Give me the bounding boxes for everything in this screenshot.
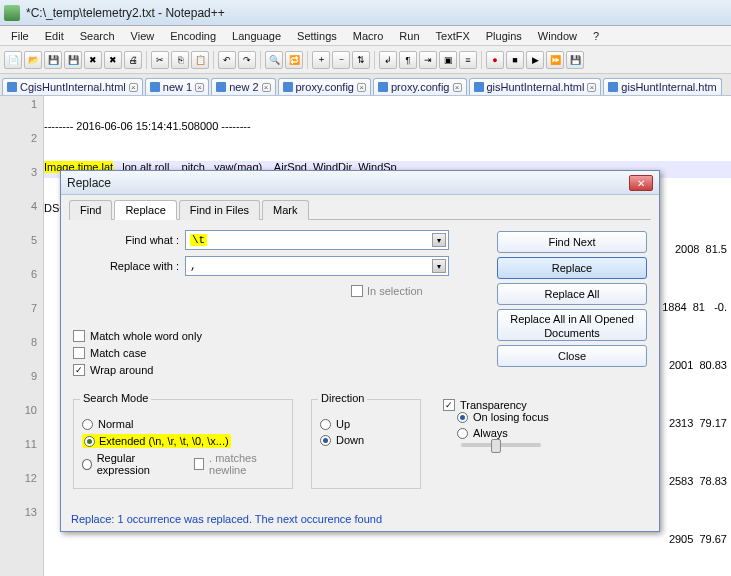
print-icon[interactable]: 🖨 [124,51,142,69]
replace-icon[interactable]: 🔁 [285,51,303,69]
radio-down[interactable] [320,435,331,446]
transparency-slider[interactable] [461,443,541,447]
direction-label: Direction [318,392,367,404]
hidden-icon[interactable]: ¶ [399,51,417,69]
wrap-around-checkbox[interactable]: ✓ [73,364,85,376]
play-icon[interactable]: ▶ [526,51,544,69]
close-tab-icon[interactable]: × [357,83,366,92]
record-icon[interactable]: ● [486,51,504,69]
menu-view[interactable]: View [124,28,162,44]
indent-icon[interactable]: ⇥ [419,51,437,69]
file-icon [474,82,484,92]
search-mode-group: Search Mode Normal Extended (\n, \r, \t,… [73,399,293,489]
find-next-button[interactable]: Find Next [497,231,647,253]
replace-dialog: Replace ✕ Find Replace Find in Files Mar… [60,170,660,532]
doctab[interactable]: proxy.config× [373,78,467,95]
dropdown-icon[interactable]: ▾ [432,233,446,247]
radio-up[interactable] [320,419,331,430]
toolbar-sep [481,51,482,69]
replace-with-label: Replace with : [69,260,179,272]
doctab[interactable]: proxy.config× [278,78,372,95]
tab-findinfiles[interactable]: Find in Files [179,200,260,220]
doctab[interactable]: CgisHuntInternal.html× [2,78,143,95]
fold-icon[interactable]: ▣ [439,51,457,69]
save-icon[interactable]: 💾 [44,51,62,69]
new-icon[interactable]: 📄 [4,51,22,69]
radio-losing-focus-label: On losing focus [473,411,549,423]
close-tab-icon[interactable]: × [262,83,271,92]
replace-button[interactable]: Replace [497,257,647,279]
line-gutter: 1 2 3 4 5 6 7 8 9 10 11 12 13 [0,96,44,576]
doctab[interactable]: gisHuntInternal.htm [603,78,721,95]
editor-line: -------- 2016-06-06 15:14:41.508000 ----… [44,120,731,137]
radio-always[interactable] [457,428,468,439]
tab-find[interactable]: Find [69,200,112,220]
redo-icon[interactable]: ↷ [238,51,256,69]
radio-regex[interactable] [82,459,92,470]
stop-icon[interactable]: ■ [506,51,524,69]
doctab[interactable]: gisHuntInternal.html× [469,78,602,95]
close-button[interactable]: Close [497,345,647,367]
dialog-close-icon[interactable]: ✕ [629,175,653,191]
matches-newline-checkbox[interactable] [194,458,205,470]
radio-up-label: Up [336,418,350,430]
replace-with-input[interactable]: , ▾ [185,256,449,276]
replace-all-docs-button[interactable]: Replace All in All Opened Documents [497,309,647,341]
radio-extended[interactable] [84,436,95,447]
copy-icon[interactable]: ⎘ [171,51,189,69]
radio-normal-label: Normal [98,418,133,430]
menu-help[interactable]: ? [586,28,606,44]
saveall-icon[interactable]: 💾 [64,51,82,69]
close-tab-icon[interactable]: × [587,83,596,92]
radio-losing-focus[interactable] [457,412,468,423]
tab-replace[interactable]: Replace [114,200,176,220]
savemacro-icon[interactable]: 💾 [566,51,584,69]
radio-normal[interactable] [82,419,93,430]
find-icon[interactable]: 🔍 [265,51,283,69]
toolbar-sep [146,51,147,69]
paste-icon[interactable]: 📋 [191,51,209,69]
guide-icon[interactable]: ≡ [459,51,477,69]
in-selection-checkbox[interactable] [351,285,363,297]
wrap-icon[interactable]: ↲ [379,51,397,69]
close-tab-icon[interactable]: × [453,83,462,92]
dropdown-icon[interactable]: ▾ [432,259,446,273]
tab-mark[interactable]: Mark [262,200,308,220]
playmult-icon[interactable]: ⏩ [546,51,564,69]
dialog-titlebar[interactable]: Replace ✕ [61,171,659,195]
app-icon [4,5,20,21]
transparency-checkbox[interactable]: ✓ [443,399,455,411]
replace-all-button[interactable]: Replace All [497,283,647,305]
zoomout-icon[interactable]: － [332,51,350,69]
close-tab-icon[interactable]: × [129,83,138,92]
menu-search[interactable]: Search [73,28,122,44]
menu-language[interactable]: Language [225,28,288,44]
file-icon [150,82,160,92]
menu-edit[interactable]: Edit [38,28,71,44]
sync-icon[interactable]: ⇅ [352,51,370,69]
close-icon[interactable]: ✖ [84,51,102,69]
undo-icon[interactable]: ↶ [218,51,236,69]
menu-run[interactable]: Run [392,28,426,44]
menu-file[interactable]: File [4,28,36,44]
menu-plugins[interactable]: Plugins [479,28,529,44]
menu-window[interactable]: Window [531,28,584,44]
closeall-icon[interactable]: ✖ [104,51,122,69]
menu-encoding[interactable]: Encoding [163,28,223,44]
open-icon[interactable]: 📂 [24,51,42,69]
menu-settings[interactable]: Settings [290,28,344,44]
doctab-label: new 1 [163,81,192,93]
match-case-checkbox[interactable] [73,347,85,359]
file-icon [7,82,17,92]
replace-with-value: , [190,260,197,272]
cut-icon[interactable]: ✂ [151,51,169,69]
find-what-label: Find what : [69,234,179,246]
doctab[interactable]: new 1× [145,78,209,95]
find-what-input[interactable]: \t ▾ [185,230,449,250]
close-tab-icon[interactable]: × [195,83,204,92]
menu-textfx[interactable]: TextFX [429,28,477,44]
doctab[interactable]: new 2× [211,78,275,95]
menu-macro[interactable]: Macro [346,28,391,44]
match-word-checkbox[interactable] [73,330,85,342]
zoomin-icon[interactable]: ＋ [312,51,330,69]
